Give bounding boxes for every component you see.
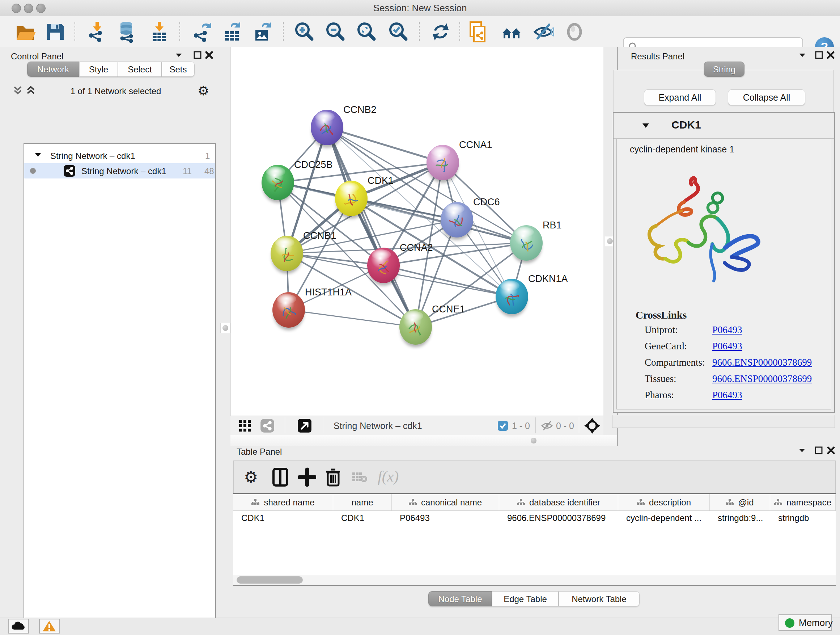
control-panel-close-button[interactable] [205, 51, 217, 62]
table-cell[interactable]: 9606.ENSP00000378699 [499, 510, 618, 526]
add-column-button[interactable] [298, 467, 317, 487]
show-columns-button[interactable] [271, 467, 291, 487]
tab-network[interactable]: Network [27, 62, 79, 77]
tab-edge-table[interactable]: Edge Table [492, 591, 559, 606]
zoom-selected-button[interactable] [388, 21, 409, 43]
table-panel-menu-button[interactable] [798, 446, 810, 457]
tab-select[interactable]: Select [118, 62, 162, 77]
refresh-button[interactable] [430, 21, 452, 43]
network-node-ccnb2[interactable]: CCNB2 [311, 104, 377, 148]
table-cell[interactable]: P06493 [392, 510, 499, 526]
expand-all-button[interactable]: Expand All [644, 89, 716, 105]
section-collapse-triangle-icon[interactable] [642, 122, 650, 129]
table-settings-gear-icon[interactable]: ⚙ [244, 467, 264, 487]
crosslink-link[interactable]: P06493 [712, 340, 742, 352]
table-cell[interactable]: stringdb [770, 510, 836, 526]
crosslink-row: Uniprot:P06493 [617, 325, 831, 340]
control-panel-float-button[interactable] [193, 51, 205, 62]
column-header-name[interactable]: name [333, 494, 392, 510]
network-options-gear-icon[interactable]: ⚙ [197, 83, 209, 98]
section-title: CDK1 [671, 119, 701, 131]
column-header--id[interactable]: @id [710, 494, 770, 510]
scrollbar-thumb[interactable] [237, 576, 303, 584]
checkbox-checked-icon [497, 420, 508, 431]
zoom-fit-button[interactable] [356, 21, 378, 43]
trash-icon [325, 467, 341, 487]
first-neighbors-button[interactable] [501, 21, 523, 43]
crosslink-link[interactable]: 9606.ENSP00000378699 [712, 357, 812, 368]
grid-view-button[interactable] [238, 419, 251, 432]
tab-style[interactable]: Style [79, 62, 118, 77]
table-panel-float-button[interactable] [814, 446, 827, 457]
collapse-triangle-icon[interactable] [34, 152, 42, 158]
network-node-cdc25b[interactable]: CDC25B [262, 159, 333, 203]
tab-network-table[interactable]: Network Table [559, 591, 639, 606]
column-header-canonical-name[interactable]: canonical name [392, 494, 499, 510]
network-node-rb1[interactable]: RB1 [510, 220, 562, 263]
warnings-button[interactable] [39, 619, 60, 633]
tab-string[interactable]: String [704, 62, 745, 77]
network-node-ccna1[interactable]: CCNA1 [426, 139, 493, 183]
table-row[interactable]: CDK1CDK1P064939606.ENSP00000378699cyclin… [233, 510, 836, 526]
hidden-items-indicator[interactable] [541, 420, 553, 432]
tab-node-table[interactable]: Node Table [428, 591, 492, 606]
crosslink-link[interactable]: 9606.ENSP00000378699 [712, 373, 812, 385]
left-splitter-handle[interactable] [220, 323, 231, 333]
delete-column-button[interactable] [325, 467, 344, 487]
function-builder-button-disabled[interactable]: f(x) [378, 467, 407, 487]
zoom-in-button[interactable] [294, 21, 316, 43]
horizontal-splitter-handle[interactable] [531, 438, 537, 443]
import-table-file-button[interactable] [148, 21, 170, 43]
table-cell[interactable]: CDK1 [233, 510, 333, 526]
crosslink-link[interactable]: P06493 [712, 325, 742, 336]
left-splitter[interactable] [220, 47, 231, 618]
show-all-button[interactable] [564, 21, 585, 43]
column-header-namespace[interactable]: namespace [770, 494, 836, 510]
zoom-out-button[interactable] [325, 21, 347, 43]
column-header-database-identifier[interactable]: database identifier [499, 494, 618, 510]
save-session-button[interactable] [44, 21, 66, 43]
results-panel-menu-button[interactable] [798, 51, 810, 62]
table-cell[interactable]: cyclin-dependent ... [618, 510, 710, 526]
network-node-cdkn1a[interactable]: CDKN1A [496, 273, 568, 317]
network-node-ccne1[interactable]: CCNE1 [399, 304, 465, 347]
table-cell[interactable]: stringdb:9... [710, 510, 770, 526]
network-row-selected[interactable]: String Network – cdk1 11 48 [24, 163, 215, 179]
open-session-button[interactable] [14, 21, 36, 43]
table-horizontal-scrollbar[interactable] [233, 575, 836, 585]
table-cell[interactable]: CDK1 [333, 510, 392, 526]
section-header[interactable]: CDK1 [614, 113, 834, 139]
hide-selected-button[interactable] [532, 21, 554, 43]
network-graph[interactable]: CCNB2CCNA1CDC25BCDK1CDC6RB1CCNB1CCNA2CDK… [231, 47, 604, 416]
eye-disabled-icon [564, 21, 585, 43]
memory-button[interactable]: Memory [778, 614, 832, 631]
network-node-hist1h1a[interactable]: HIST1H1A [272, 287, 352, 330]
export-network-button[interactable] [191, 21, 213, 43]
import-network-database-button[interactable] [117, 21, 138, 43]
node-label-hist1h1a: HIST1H1A [305, 287, 352, 298]
column-header-description[interactable]: description [618, 494, 710, 510]
center-view-button[interactable] [584, 418, 600, 434]
birds-eye-view-button[interactable] [297, 418, 312, 433]
export-image-button[interactable] [252, 21, 273, 43]
results-panel-close-button[interactable] [826, 51, 838, 62]
collapse-all-button[interactable]: Collapse All [728, 89, 805, 105]
network-collection-row[interactable]: String Network – cdk1 1 [24, 148, 215, 163]
network-canvas[interactable]: CCNB2CCNA1CDC25BCDK1CDC6RB1CCNB1CCNA2CDK… [231, 47, 603, 416]
houses-icon [501, 21, 523, 43]
tab-sets[interactable]: Sets [162, 62, 195, 77]
export-table-button[interactable] [221, 21, 243, 43]
import-network-file-button[interactable] [86, 21, 108, 43]
copy-network-button[interactable] [468, 21, 490, 43]
control-panel-menu-button[interactable] [174, 51, 187, 62]
results-panel-float-button[interactable] [815, 51, 827, 62]
collapse-all-networks-button[interactable] [12, 85, 23, 96]
expand-all-networks-button[interactable] [25, 85, 36, 96]
delete-table-button-disabled[interactable] [352, 471, 371, 491]
selected-nodes-checkbox[interactable] [497, 420, 508, 431]
crosslink-link[interactable]: P06493 [712, 390, 742, 401]
table-panel-close-button[interactable] [827, 446, 839, 457]
network-view-mode-button[interactable] [260, 418, 275, 433]
column-header-shared-name[interactable]: shared name [233, 494, 333, 510]
cloud-status-button[interactable] [8, 619, 29, 633]
